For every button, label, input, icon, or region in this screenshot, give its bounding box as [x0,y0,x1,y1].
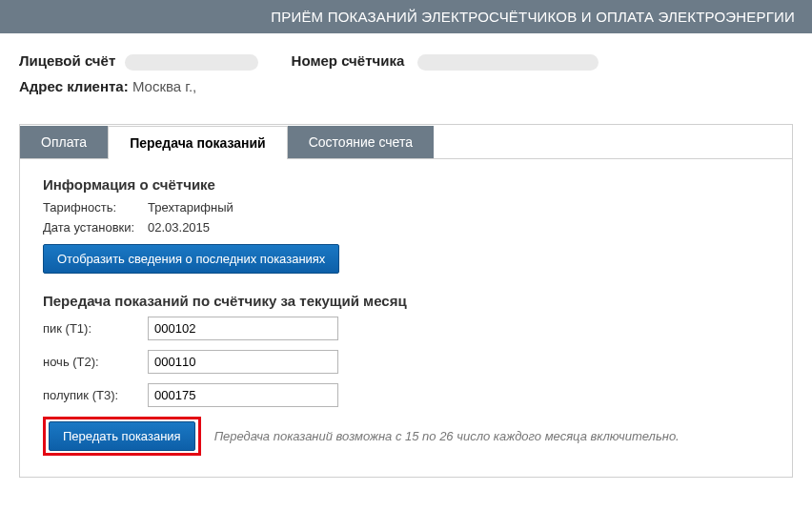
tariff-label: Тарифность: [43,200,148,215]
account-row: Лицевой счёт Номер счётчика [19,52,793,71]
show-last-readings-button[interactable]: Отобразить сведения о последних показани… [43,244,339,274]
t3-label: полупик (T3): [43,388,148,402]
readings-title: Передача показаний по счётчику за текущи… [43,293,769,309]
page-title: ПРИЁМ ПОКАЗАНИЙ ЭЛЕКТРОСЧЁТЧИКОВ И ОПЛАТ… [271,9,795,25]
highlight-frame: Передать показания [43,417,201,456]
t1-input[interactable] [148,317,338,340]
tab-area: Оплата Передача показаний Состояние счет… [19,124,793,478]
t1-label: пик (T1): [43,321,148,336]
install-date-row: Дата установки: 02.03.2015 [43,220,769,235]
submit-readings-button[interactable]: Передать показания [49,421,195,451]
address-value: Москва г., [132,78,196,94]
account-info-block: Лицевой счёт Номер счётчика Адрес клиент… [19,52,793,95]
address-label: Адрес клиента: [19,78,129,94]
t3-row: полупик (T3): [43,383,769,407]
tab-submit-readings[interactable]: Передача показаний [108,126,288,159]
tab-account-status[interactable]: Состояние счета [288,126,434,158]
t2-row: ночь (T2): [43,350,769,374]
address-row: Адрес клиента: Москва г., [19,78,793,96]
t1-row: пик (T1): [43,317,769,340]
tab-payment[interactable]: Оплата [20,126,108,158]
tariff-value: Трехтарифный [148,200,233,215]
t2-input[interactable] [148,350,338,374]
meter-number-label: Номер счётчика [292,52,405,69]
install-date-label: Дата установки: [43,220,148,235]
install-date-value: 02.03.2015 [148,220,210,235]
meter-info-title: Информация о счётчике [43,176,769,193]
account-label: Лицевой счёт [19,52,115,69]
page-header: ПРИЁМ ПОКАЗАНИЙ ЭЛЕКТРОСЧЁТЧИКОВ И ОПЛАТ… [0,0,812,33]
submit-row: Передать показания Передача показаний во… [43,417,769,456]
account-number-masked [125,54,258,71]
tariff-row: Тарифность: Трехтарифный [43,200,769,215]
t3-input[interactable] [148,383,338,407]
main-container: Лицевой счёт Номер счётчика Адрес клиент… [0,33,812,497]
address-rest-masked [200,79,372,95]
meter-number-masked [417,54,599,71]
tab-bar: Оплата Передача показаний Состояние счет… [20,125,792,159]
t2-label: ночь (T2): [43,355,148,369]
submit-note: Передача показаний возможна с 15 по 26 ч… [214,429,680,443]
tab-content: Информация о счётчике Тарифность: Трехта… [20,159,792,477]
